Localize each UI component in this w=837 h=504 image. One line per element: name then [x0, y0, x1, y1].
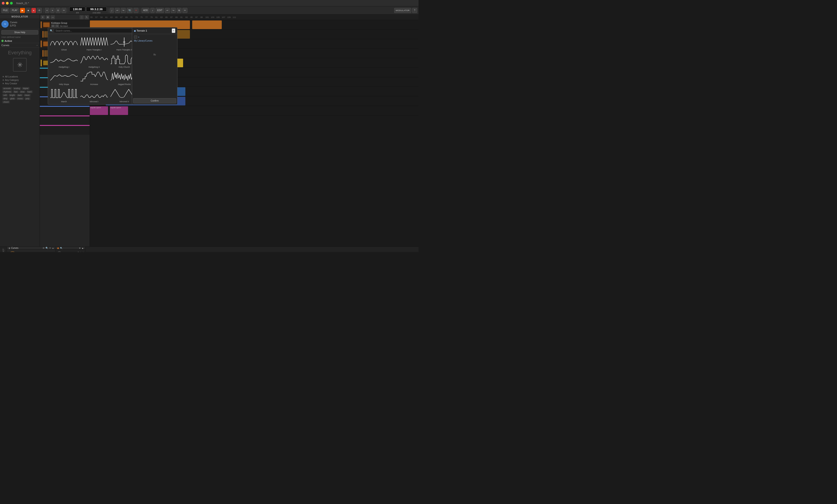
all-locations-label: All Locations [5, 75, 18, 78]
terrain-body: + My Library/Curves lfo [132, 34, 177, 97]
curves-settings-icon[interactable]: ⚙ [42, 247, 44, 249]
maximize-button[interactable] [10, 2, 13, 4]
tag-digital[interactable]: digital [22, 87, 30, 90]
asterisk-1: ✳ [2, 75, 4, 78]
tag-bright[interactable]: bright [8, 94, 16, 97]
ruler-111: 111 [232, 16, 238, 18]
curve-item-hedgehog-2[interactable]: Hedgehog II [79, 52, 109, 70]
play-button[interactable]: ▶ [20, 8, 25, 13]
asterisk-icon[interactable]: ✳ [13, 58, 26, 72]
curves-panel-header: ◑ Curves ⚙ 🔍 ✕ ▲ [7, 247, 55, 249]
filter-all-locations[interactable]: ✳ All Locations [2, 75, 37, 78]
tag-soft[interactable]: soft [2, 94, 8, 97]
tempo-display[interactable]: 130.00 [69, 7, 85, 12]
position-display[interactable]: 99.3.2.36 [86, 7, 107, 12]
curve-item-holy-stupa[interactable]: Holy Stupa [49, 70, 79, 87]
compact-view-icon[interactable]: — [51, 15, 55, 19]
redo-button[interactable]: ↪ [121, 8, 126, 13]
tag-fast[interactable]: fast [13, 90, 19, 93]
curve-item-harm-tri-1[interactable]: Harm-Triangles I [79, 35, 109, 52]
grid-view-icon[interactable]: ⊞ [46, 15, 50, 19]
file-button[interactable]: FILE [1, 8, 9, 13]
tag-poly[interactable]: poly [24, 97, 31, 100]
ruler-75: 75 [140, 16, 145, 18]
settings-icon[interactable]: ⋮ [79, 15, 84, 19]
toolbar: FILE PLAY ▶ ■ ● ⟳ « » ⊙ ✂ 130.00 4/4 99.… [0, 6, 418, 15]
ruler-89: 89 [175, 16, 180, 18]
kickbass-input[interactable]: No input [59, 25, 69, 27]
tag-mono[interactable]: mono [16, 97, 24, 100]
tag-chord[interactable]: chord [2, 101, 10, 104]
tag-rhythmic[interactable]: rhythmic [2, 90, 12, 93]
list-view-icon[interactable]: ≡ [41, 15, 45, 19]
play-label-button[interactable]: PLAY [10, 8, 19, 13]
loop-button[interactable]: ⟳ [37, 8, 42, 13]
curve-item-mirrored-1[interactable]: Mirrored I [79, 87, 109, 104]
forward-button[interactable]: » [50, 8, 55, 13]
synth-close-icon[interactable]: ✕ [79, 247, 81, 249]
curve-item-ghost[interactable]: Ghost [49, 35, 79, 52]
help-button[interactable]: ? [412, 8, 417, 13]
show-help-button[interactable]: Show Help [1, 30, 38, 35]
undo-button[interactable]: ↩ [115, 8, 120, 13]
kaputte-sparse-1[interactable]: kaputte sparse [90, 106, 108, 115]
rate-knob[interactable] [8, 251, 16, 252]
edit-undo[interactable]: ↩ [165, 8, 170, 13]
curve-item-increase[interactable]: Increase [79, 70, 109, 87]
record2-button[interactable]: ⊙ [55, 8, 60, 13]
midi-button[interactable]: ♪ [150, 8, 155, 13]
curves-panel-close[interactable]: ✕ [49, 247, 51, 249]
tag-dirty[interactable]: dirty [2, 97, 8, 100]
tag-slow[interactable]: slow [19, 90, 26, 93]
kickbass-clip-2[interactable] [192, 20, 222, 29]
tag-analog[interactable]: analog [13, 87, 21, 90]
curves-arrow[interactable]: → [36, 44, 38, 46]
record-button[interactable]: ● [31, 8, 36, 13]
stop-button[interactable]: ■ [26, 8, 31, 13]
filter-any-category[interactable]: ✳ Any Category [2, 78, 37, 82]
edit-button[interactable]: EDIT [156, 8, 164, 13]
tag-hard[interactable]: hard [26, 90, 33, 93]
any-category-label: Any Category [5, 79, 19, 81]
delete-button[interactable]: ✕ [133, 8, 139, 13]
synth-expand-icon[interactable]: ▲ [82, 247, 84, 249]
punch-button[interactable]: ✂ [61, 8, 67, 13]
kaputte-sparse-2[interactable]: kaputte sparse [110, 106, 128, 115]
terrain-path[interactable]: My Library/Curves [134, 39, 175, 42]
terrain-icon: ◼ [134, 30, 136, 32]
ruler-65: 65 [115, 16, 120, 18]
close-button[interactable] [2, 2, 4, 4]
snapshot-button[interactable]: 📷 [127, 8, 132, 13]
edit-scissors[interactable]: ✂ [182, 8, 188, 13]
curves-search-icon[interactable]: 🔍 [46, 247, 48, 249]
tag-glide[interactable]: glide [9, 97, 16, 100]
curves-panel-title: Curves [11, 247, 18, 249]
synth-power-icon[interactable]: ◉ [57, 247, 59, 249]
tag-clean[interactable]: clean [24, 94, 31, 97]
edit-redo[interactable]: ↪ [171, 8, 176, 13]
rewind-button[interactable]: « [45, 8, 49, 13]
modulator-button[interactable]: MODULATOR [394, 8, 411, 13]
cursor-icon[interactable]: ↖ [85, 15, 89, 19]
hats-sub-color-bar [42, 50, 43, 57]
filter-any-creator[interactable]: ✳ Any Creator [2, 82, 37, 85]
lfo-icon[interactable]: ~ [1, 20, 8, 28]
metronome-button[interactable]: ♩ [110, 8, 114, 13]
edit-copy[interactable]: ⧉ [177, 8, 181, 13]
curve-item-hedgehog-1[interactable]: Hedgehog I [49, 52, 79, 70]
terrain-color-swatch[interactable] [134, 35, 137, 39]
terrain-add-button[interactable]: + [138, 36, 139, 38]
synth-search-icon[interactable]: 🔍 [60, 247, 63, 249]
output-knob-1[interactable] [57, 251, 61, 252]
project-nav-tab[interactable]: PROJECT [2, 248, 5, 252]
add-button[interactable]: ADD [141, 8, 149, 13]
ruler-93: 93 [185, 16, 190, 18]
minimize-button[interactable] [6, 2, 8, 4]
curves-expand-icon[interactable]: ▲ [52, 247, 54, 249]
curve-item-march[interactable]: March [49, 87, 79, 104]
ghost-label: Ghost [61, 49, 67, 51]
terrain-confirm-button[interactable]: Confirm [133, 98, 176, 104]
terrain-close-button[interactable]: ✕ [172, 29, 175, 33]
tag-dark[interactable]: dark [17, 94, 23, 97]
tag-acoustic[interactable]: acoustic [2, 87, 12, 90]
